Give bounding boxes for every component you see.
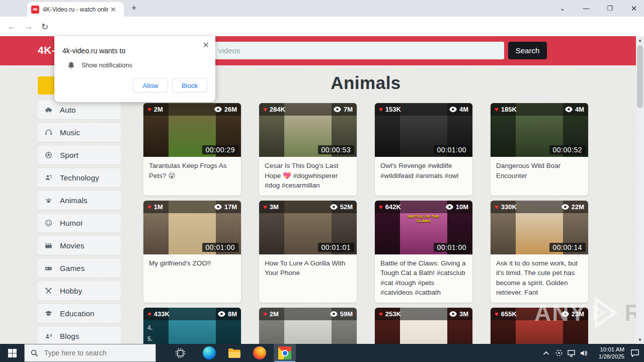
video-thumbnail[interactable]: ♥ 284K 7M 00:00:53 [259, 103, 357, 157]
sidebar-item-hobby[interactable]: Hobby [38, 282, 121, 300]
start-button[interactable] [0, 344, 24, 362]
taskbar-search-input[interactable] [43, 348, 146, 357]
video-thumbnail[interactable]: ♥ 1M 17M 00:01:00 [143, 201, 241, 254]
heart-icon: ♥ [495, 203, 499, 211]
video-title[interactable]: Ask it to do some work, but it's timid. … [491, 254, 588, 303]
sidebar-item-animals[interactable]: Animals [38, 191, 121, 210]
scroll-up-arrow[interactable]: ▲ [636, 36, 644, 44]
video-thumbnail[interactable]: 4. 5. 6. ♥ 433K 8M [143, 308, 241, 344]
window-maximize-button[interactable]: ❒ [600, 0, 620, 17]
chrome-taskbar-icon[interactable] [274, 344, 296, 362]
volume-icon[interactable] [578, 344, 590, 362]
sidebar-item-sport[interactable]: Sport [38, 146, 121, 164]
heart-icon: ♥ [147, 203, 151, 211]
network-icon[interactable] [565, 344, 578, 362]
video-card[interactable]: ♥ 330K 22M 00:00:14 Ask it to do some wo… [491, 201, 588, 303]
video-duration: 00:01:00 [434, 243, 470, 252]
likes-count: ♥ 655K [495, 310, 517, 318]
scrollbar-thumb[interactable] [637, 45, 643, 108]
video-thumbnail[interactable]: ♥ 3M 52M 00:01:01 [259, 201, 357, 254]
heart-icon: ♥ [495, 310, 499, 318]
popup-close-icon[interactable]: ✕ [203, 40, 209, 50]
browser-toolbar: ← → ↻ 4k-video.ru Install ☆ [0, 17, 644, 36]
page-scrollbar[interactable]: ▲ ▼ [636, 36, 644, 344]
window-close-button[interactable]: ✕ [624, 0, 644, 17]
video-stats-bar: ♥ 253K 3M [375, 308, 472, 320]
window-minimize-button[interactable]: — [576, 0, 596, 17]
taskbar-search-box[interactable] [24, 344, 156, 362]
views-count: 17M [214, 203, 237, 211]
video-card[interactable]: ♥ 655K 23M [491, 308, 588, 344]
video-duration: 00:01:00 [434, 145, 470, 154]
video-thumbnail[interactable]: ♥ 330K 22M 00:00:14 [491, 201, 588, 254]
block-button[interactable]: Block [172, 78, 207, 93]
video-thumbnail[interactable]: BATTLE OF THE CLAWS ♥ 642K 10M 00:01:00 [375, 201, 472, 254]
video-title[interactable]: My girlfriend's ZOO!! [143, 254, 241, 284]
file-explorer-taskbar-icon[interactable] [223, 344, 246, 362]
views-count: 8M [218, 310, 237, 318]
video-thumbnail[interactable]: ♥ 2M 59M [259, 308, 357, 344]
video-card[interactable]: ♥ 253K 3M [375, 308, 472, 344]
eye-icon [214, 107, 222, 112]
tab-close-icon[interactable]: ✕ [110, 6, 116, 13]
tab-search-icon[interactable]: ⌄ [552, 0, 573, 17]
edge-taskbar-icon[interactable] [198, 344, 220, 362]
video-thumbnail[interactable]: ♥ 253K 3M [375, 308, 472, 344]
video-title[interactable]: How To Lure A Gorilla With Your Phone [259, 254, 357, 284]
video-card[interactable]: ♥ 1M 17M 00:01:00 My girlfriend's ZOO!! [143, 201, 241, 303]
page-content: Auto Music Sport Technology Animals Humo… [0, 65, 636, 344]
video-card[interactable]: ♥ 185K 4M 00:00:52 Dangerous Wild Boar E… [491, 103, 588, 196]
likes-count: ♥ 284K [263, 106, 285, 113]
firefox-taskbar-icon[interactable] [249, 344, 271, 362]
heart-icon: ♥ [495, 106, 499, 113]
sidebar-item-music[interactable]: Music [38, 123, 121, 142]
sidebar-item-blogs[interactable]: Blogs [38, 327, 121, 344]
tray-expand-icon[interactable] [540, 344, 552, 362]
heart-icon: ♥ [379, 310, 383, 318]
video-thumbnail[interactable]: ♥ 2M 26M 00:00:29 [143, 103, 241, 157]
sidebar-item-movies[interactable]: Movies [38, 236, 121, 255]
video-title[interactable]: Owl's Revenge #wildlife #wildlifeaid #an… [375, 157, 472, 186]
video-card[interactable]: BATTLE OF THE CLAWS ♥ 642K 10M 00:01:00 … [375, 201, 472, 303]
allow-button[interactable]: Allow [133, 78, 168, 93]
video-thumbnail[interactable]: ♥ 655K 23M [491, 308, 588, 344]
eye-icon [561, 311, 569, 317]
video-title[interactable]: Cesar Is This Dog's Last Hope 💖 #dogwhis… [259, 157, 357, 196]
video-card[interactable]: ♥ 2M 26M 00:00:29 Tarantulas Keep Frogs … [143, 103, 241, 196]
new-tab-button[interactable]: + [131, 3, 137, 14]
reload-icon[interactable]: ↻ [38, 20, 51, 33]
back-icon[interactable]: ← [5, 20, 18, 33]
video-title[interactable]: Dangerous Wild Boar Encounter [491, 157, 588, 186]
video-card[interactable]: ♥ 3M 52M 00:01:01 How To Lure A Gorilla … [259, 201, 357, 303]
taskbar-clock[interactable]: 10:01 AM 1/28/2025 [593, 346, 624, 360]
scroll-down-arrow[interactable]: ▼ [636, 336, 644, 344]
sidebar-item-auto[interactable]: Auto [38, 101, 121, 119]
task-view-icon[interactable] [169, 344, 191, 362]
sidebar-item-games[interactable]: Games [38, 259, 121, 278]
sidebar-item-education[interactable]: Education [38, 304, 121, 323]
video-title[interactable]: Tarantulas Keep Frogs As Pets? 😮 [143, 157, 241, 186]
sidebar-item-humor[interactable]: Humor [38, 214, 121, 232]
video-thumbnail[interactable]: ♥ 185K 4M 00:00:52 [491, 103, 588, 157]
video-card[interactable]: ♥ 2M 59M [259, 308, 357, 344]
browser-tab[interactable]: 4K 4K-Video.ru - watch online video ✕ [27, 2, 124, 17]
video-stats-bar: ♥ 185K 4M [491, 103, 588, 116]
video-card[interactable]: ♥ 153K 4M 00:01:00 Owl's Revenge #wildli… [375, 103, 472, 196]
video-title[interactable]: Battle of the Claws: Giving a Tough Cat … [375, 254, 472, 303]
video-card[interactable]: 4. 5. 6. ♥ 433K 8M [143, 308, 241, 344]
action-center-icon[interactable] [628, 344, 641, 362]
video-card[interactable]: ♥ 284K 7M 00:00:53 Cesar Is This Dog's L… [259, 103, 357, 196]
likes-count: ♥ 330K [495, 203, 517, 211]
forward-icon[interactable]: → [22, 20, 35, 33]
search-button[interactable]: Search [508, 42, 547, 59]
tools-icon [43, 286, 53, 296]
video-stats-bar: ♥ 330K 22M [491, 201, 588, 213]
views-count: 4M [449, 106, 468, 113]
tray-app-icon[interactable] [552, 344, 565, 362]
paw-icon [43, 196, 53, 206]
video-duration: 00:00:14 [549, 243, 586, 252]
likes-count: ♥ 3M [263, 203, 279, 211]
video-thumbnail[interactable]: ♥ 153K 4M 00:01:00 [375, 103, 472, 157]
sidebar-item-technology[interactable]: Technology [38, 168, 121, 187]
eye-icon [330, 204, 338, 210]
